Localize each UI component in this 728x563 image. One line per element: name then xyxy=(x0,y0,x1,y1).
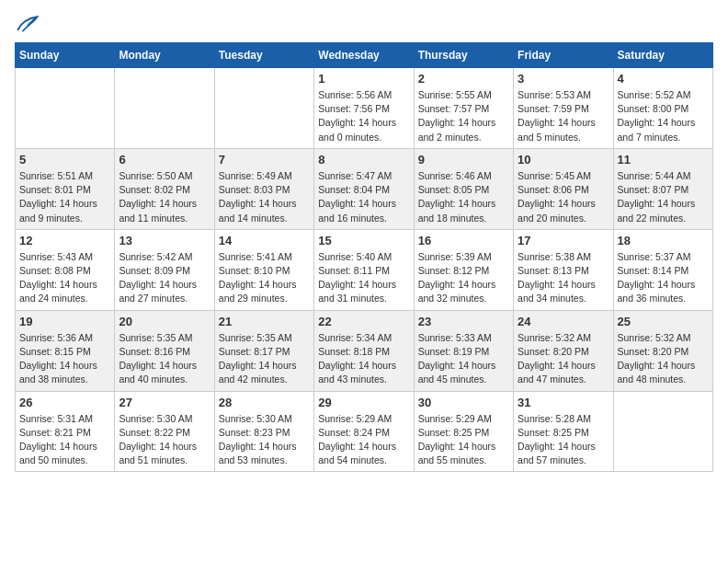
day-info: Sunrise: 5:35 AMSunset: 8:17 PMDaylight:… xyxy=(219,331,310,387)
calendar-cell xyxy=(214,68,313,149)
day-number: 4 xyxy=(618,72,709,86)
day-number: 9 xyxy=(418,153,509,167)
day-number: 1 xyxy=(318,72,409,86)
day-info: Sunrise: 5:44 AMSunset: 8:07 PMDaylight:… xyxy=(618,169,709,225)
day-info: Sunrise: 5:30 AMSunset: 8:23 PMDaylight:… xyxy=(219,412,310,468)
day-number: 10 xyxy=(518,153,609,167)
logo-bird-icon xyxy=(17,15,39,33)
day-number: 22 xyxy=(318,315,409,328)
day-number: 8 xyxy=(318,153,409,167)
day-number: 26 xyxy=(19,396,110,409)
calendar-cell: 28Sunrise: 5:30 AMSunset: 8:23 PMDayligh… xyxy=(214,391,313,472)
day-number: 2 xyxy=(418,72,509,86)
day-header-saturday: Saturday xyxy=(613,43,712,68)
day-info: Sunrise: 5:39 AMSunset: 8:12 PMDaylight:… xyxy=(418,250,509,306)
day-info: Sunrise: 5:28 AMSunset: 8:25 PMDaylight:… xyxy=(518,412,609,468)
day-header-tuesday: Tuesday xyxy=(214,43,313,68)
day-info: Sunrise: 5:38 AMSunset: 8:13 PMDaylight:… xyxy=(518,250,609,306)
day-info: Sunrise: 5:32 AMSunset: 8:20 PMDaylight:… xyxy=(618,331,709,387)
day-number: 13 xyxy=(119,234,210,247)
calendar-cell xyxy=(115,68,214,149)
calendar-cell: 31Sunrise: 5:28 AMSunset: 8:25 PMDayligh… xyxy=(514,391,613,472)
day-info: Sunrise: 5:56 AMSunset: 7:56 PMDaylight:… xyxy=(318,88,409,144)
calendar-cell: 11Sunrise: 5:44 AMSunset: 8:07 PMDayligh… xyxy=(613,148,712,229)
day-header-wednesday: Wednesday xyxy=(314,43,414,68)
day-number: 21 xyxy=(219,315,310,328)
day-number: 27 xyxy=(119,396,210,409)
day-number: 3 xyxy=(518,72,609,86)
calendar-cell: 10Sunrise: 5:45 AMSunset: 8:06 PMDayligh… xyxy=(514,148,613,229)
day-number: 18 xyxy=(618,234,709,247)
calendar-table: SundayMondayTuesdayWednesdayThursdayFrid… xyxy=(15,42,713,472)
day-number: 20 xyxy=(119,315,210,328)
calendar-cell: 5Sunrise: 5:51 AMSunset: 8:01 PMDaylight… xyxy=(16,148,115,229)
day-info: Sunrise: 5:49 AMSunset: 8:03 PMDaylight:… xyxy=(219,169,310,225)
day-info: Sunrise: 5:34 AMSunset: 8:18 PMDaylight:… xyxy=(318,331,409,387)
day-number: 17 xyxy=(518,234,609,247)
calendar-cell: 22Sunrise: 5:34 AMSunset: 8:18 PMDayligh… xyxy=(314,310,414,391)
day-info: Sunrise: 5:45 AMSunset: 8:06 PMDaylight:… xyxy=(518,169,609,225)
day-info: Sunrise: 5:41 AMSunset: 8:10 PMDaylight:… xyxy=(219,250,310,306)
day-info: Sunrise: 5:37 AMSunset: 8:14 PMDaylight:… xyxy=(618,250,709,306)
day-number: 16 xyxy=(418,234,509,247)
day-number: 31 xyxy=(518,396,609,409)
calendar-cell: 15Sunrise: 5:40 AMSunset: 8:11 PMDayligh… xyxy=(314,229,414,310)
calendar-cell: 16Sunrise: 5:39 AMSunset: 8:12 PMDayligh… xyxy=(414,229,513,310)
day-info: Sunrise: 5:29 AMSunset: 8:25 PMDaylight:… xyxy=(418,412,509,468)
day-header-thursday: Thursday xyxy=(414,43,513,68)
calendar-cell: 29Sunrise: 5:29 AMSunset: 8:24 PMDayligh… xyxy=(314,391,414,472)
calendar-week-1: 1Sunrise: 5:56 AMSunset: 7:56 PMDaylight… xyxy=(16,68,713,149)
calendar-cell: 1Sunrise: 5:56 AMSunset: 7:56 PMDaylight… xyxy=(314,68,414,149)
calendar-cell: 14Sunrise: 5:41 AMSunset: 8:10 PMDayligh… xyxy=(214,229,313,310)
calendar-header-row: SundayMondayTuesdayWednesdayThursdayFrid… xyxy=(16,43,713,68)
day-number: 29 xyxy=(318,396,409,409)
day-info: Sunrise: 5:29 AMSunset: 8:24 PMDaylight:… xyxy=(318,412,409,468)
day-number: 12 xyxy=(19,234,110,247)
day-number: 11 xyxy=(618,153,709,167)
calendar-week-4: 19Sunrise: 5:36 AMSunset: 8:15 PMDayligh… xyxy=(16,310,713,391)
day-number: 14 xyxy=(219,234,310,247)
day-info: Sunrise: 5:51 AMSunset: 8:01 PMDaylight:… xyxy=(19,169,110,225)
calendar-cell: 4Sunrise: 5:52 AMSunset: 8:00 PMDaylight… xyxy=(613,68,712,149)
day-info: Sunrise: 5:31 AMSunset: 8:21 PMDaylight:… xyxy=(19,412,110,468)
calendar-cell: 24Sunrise: 5:32 AMSunset: 8:20 PMDayligh… xyxy=(514,310,613,391)
day-number: 6 xyxy=(119,153,210,167)
page-header xyxy=(15,15,713,33)
calendar-cell: 19Sunrise: 5:36 AMSunset: 8:15 PMDayligh… xyxy=(16,310,115,391)
day-header-sunday: Sunday xyxy=(16,43,115,68)
day-number: 5 xyxy=(19,153,110,167)
day-info: Sunrise: 5:46 AMSunset: 8:05 PMDaylight:… xyxy=(418,169,509,225)
logo xyxy=(15,15,39,33)
calendar-cell: 13Sunrise: 5:42 AMSunset: 8:09 PMDayligh… xyxy=(115,229,214,310)
calendar-cell: 23Sunrise: 5:33 AMSunset: 8:19 PMDayligh… xyxy=(414,310,513,391)
calendar-cell: 25Sunrise: 5:32 AMSunset: 8:20 PMDayligh… xyxy=(613,310,712,391)
calendar-cell: 3Sunrise: 5:53 AMSunset: 7:59 PMDaylight… xyxy=(514,68,613,149)
day-number: 30 xyxy=(418,396,509,409)
calendar-cell: 27Sunrise: 5:30 AMSunset: 8:22 PMDayligh… xyxy=(115,391,214,472)
day-number: 24 xyxy=(518,315,609,328)
day-info: Sunrise: 5:55 AMSunset: 7:57 PMDaylight:… xyxy=(418,88,509,144)
calendar-cell: 30Sunrise: 5:29 AMSunset: 8:25 PMDayligh… xyxy=(414,391,513,472)
day-number: 28 xyxy=(219,396,310,409)
day-info: Sunrise: 5:36 AMSunset: 8:15 PMDaylight:… xyxy=(19,331,110,387)
day-info: Sunrise: 5:52 AMSunset: 8:00 PMDaylight:… xyxy=(618,88,709,144)
calendar-cell: 18Sunrise: 5:37 AMSunset: 8:14 PMDayligh… xyxy=(613,229,712,310)
day-info: Sunrise: 5:53 AMSunset: 7:59 PMDaylight:… xyxy=(518,88,609,144)
day-info: Sunrise: 5:43 AMSunset: 8:08 PMDaylight:… xyxy=(19,250,110,306)
day-info: Sunrise: 5:50 AMSunset: 8:02 PMDaylight:… xyxy=(119,169,210,225)
calendar-week-5: 26Sunrise: 5:31 AMSunset: 8:21 PMDayligh… xyxy=(16,391,713,472)
calendar-week-2: 5Sunrise: 5:51 AMSunset: 8:01 PMDaylight… xyxy=(16,148,713,229)
day-info: Sunrise: 5:40 AMSunset: 8:11 PMDaylight:… xyxy=(318,250,409,306)
day-info: Sunrise: 5:42 AMSunset: 8:09 PMDaylight:… xyxy=(119,250,210,306)
day-info: Sunrise: 5:35 AMSunset: 8:16 PMDaylight:… xyxy=(119,331,210,387)
day-number: 15 xyxy=(318,234,409,247)
calendar-week-3: 12Sunrise: 5:43 AMSunset: 8:08 PMDayligh… xyxy=(16,229,713,310)
calendar-cell: 9Sunrise: 5:46 AMSunset: 8:05 PMDaylight… xyxy=(414,148,513,229)
calendar-cell: 17Sunrise: 5:38 AMSunset: 8:13 PMDayligh… xyxy=(514,229,613,310)
day-number: 7 xyxy=(219,153,310,167)
calendar-cell: 7Sunrise: 5:49 AMSunset: 8:03 PMDaylight… xyxy=(214,148,313,229)
day-info: Sunrise: 5:47 AMSunset: 8:04 PMDaylight:… xyxy=(318,169,409,225)
day-number: 25 xyxy=(618,315,709,328)
calendar-cell xyxy=(16,68,115,149)
calendar-cell: 6Sunrise: 5:50 AMSunset: 8:02 PMDaylight… xyxy=(115,148,214,229)
